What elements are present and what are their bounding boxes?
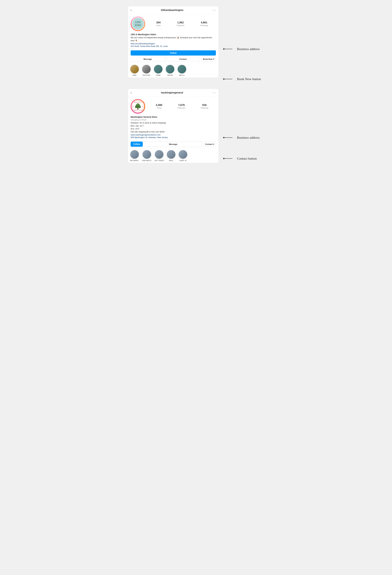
highlight-label-team: TEAM bbox=[156, 74, 161, 76]
highlight-label-welo: WE LO bbox=[179, 74, 185, 76]
annotation-address-label-2: Business address bbox=[237, 136, 260, 140]
highlight-circle-team bbox=[154, 65, 163, 74]
highlight-label-gift: GIFT IDEAS bbox=[155, 160, 164, 161]
bio-text: We are a team of independent beauty entr… bbox=[131, 36, 216, 42]
svg-text:WASHINGTON: WASHINGTON bbox=[133, 102, 143, 103]
highlight-label-corp: CORP. GI bbox=[179, 160, 187, 161]
bio-section: 13th & Washington Salon We are a team of… bbox=[128, 33, 219, 49]
annotation-booknow: Book Now button bbox=[223, 77, 261, 81]
bio-text-2: Hoboken, NJ In-store & online shopping! … bbox=[131, 121, 216, 133]
profile-info-row-2: WASHINGTON GENERAL STORE bbox=[128, 97, 219, 115]
annotation-booknow-label: Book Now button bbox=[237, 77, 261, 81]
followers-count-2: 7,678 bbox=[178, 104, 185, 107]
message-button[interactable]: Message bbox=[131, 57, 165, 61]
highlights-row: HAIR POLICIES TEAM SALON WE LO bbox=[128, 63, 219, 78]
highlight-corp[interactable]: CORP. GI bbox=[178, 150, 188, 161]
highlight-teacher[interactable]: TEACHER G. bbox=[142, 150, 152, 161]
highlight-label-salon: SALON bbox=[167, 74, 173, 76]
arrow-icon-3 bbox=[223, 135, 235, 140]
arrow-icon-4 bbox=[223, 156, 235, 161]
bio-link[interactable]: linktr.ee/13thandwashington bbox=[131, 43, 216, 45]
more-options-button[interactable]: ··· bbox=[212, 8, 216, 12]
secondary-buttons-row-2: Follow Message Contact ▾ bbox=[131, 142, 216, 147]
avatar-2[interactable]: WASHINGTON GENERAL STORE bbox=[131, 99, 145, 114]
bio-address[interactable]: 412 North Tucker Blvd Suite 200, St. Lou… bbox=[131, 45, 216, 47]
svg-point-11 bbox=[136, 103, 139, 106]
contact-button[interactable]: Contact bbox=[166, 57, 200, 61]
followers-count: 1,962 bbox=[177, 21, 184, 24]
highlight-label-mothers: MOTHERS. bbox=[130, 160, 139, 161]
bio-display-name-2: Washington General Store bbox=[131, 116, 216, 118]
stat-posts[interactable]: 204 Posts bbox=[156, 21, 161, 26]
highlight-circle-salon bbox=[166, 65, 175, 74]
bio-section-2: Washington General Store Shopping & Reta… bbox=[128, 115, 219, 140]
annotation-business-address: Business address bbox=[223, 47, 260, 51]
highlight-team[interactable]: TEAM bbox=[154, 65, 163, 76]
following-count: 4,861 bbox=[201, 21, 207, 24]
highlight-policies[interactable]: POLICIES bbox=[142, 65, 151, 76]
action-buttons-2: Follow Message Contact ▾ bbox=[128, 140, 219, 148]
following-label: Following bbox=[200, 24, 208, 26]
highlight-sale[interactable]: SALE bbox=[167, 150, 176, 161]
svg-point-9 bbox=[135, 106, 138, 108]
stat-followers[interactable]: 1,962 Followers bbox=[177, 21, 184, 26]
contact-button-2[interactable]: Contact ▾ bbox=[204, 142, 216, 147]
highlight-hair[interactable]: HAIR bbox=[130, 65, 139, 76]
bio-display-name: 13th & Washington Salon bbox=[131, 33, 216, 36]
profile-info-row: 13th&WA 204 Posts 1,962 Followers 4,861 bbox=[128, 14, 219, 33]
highlight-mothers[interactable]: MOTHERS. bbox=[130, 150, 139, 161]
annotation-contact-label: Contact button bbox=[237, 157, 257, 161]
avatar[interactable]: 13th&WA bbox=[131, 17, 145, 31]
annotation-business-address-2: Business address bbox=[223, 135, 260, 140]
chevron-down-icon-2: ▾ bbox=[213, 143, 214, 145]
secondary-buttons-row: Message Contact Book Now ▾ bbox=[131, 57, 216, 61]
username-header-2: washingtongeneral bbox=[161, 91, 183, 94]
highlights-row-2: MOTHERS. TEACHER G. GIFT IDEAS SALE CORP… bbox=[128, 148, 219, 163]
bio-link-2[interactable]: www.washingtongeneralstore.com bbox=[131, 134, 216, 136]
profile-header: ‹ 13thandwashington ··· bbox=[128, 6, 219, 14]
stat-following-2[interactable]: 918 Following bbox=[200, 104, 208, 109]
highlight-label-policies: POLICIES bbox=[143, 74, 150, 76]
svg-marker-15 bbox=[223, 137, 225, 138]
back-button[interactable]: ‹ bbox=[131, 8, 132, 12]
svg-marker-17 bbox=[223, 158, 225, 159]
svg-point-12 bbox=[133, 106, 133, 107]
highlight-circle-gift bbox=[155, 150, 164, 159]
highlight-circle-mothers bbox=[130, 150, 139, 159]
highlight-welo[interactable]: WE LO bbox=[177, 65, 186, 76]
svg-marker-3 bbox=[223, 78, 225, 80]
svg-marker-1 bbox=[223, 48, 225, 50]
annotation-contact: Contact button bbox=[223, 156, 257, 161]
username-header: 13thandwashington bbox=[161, 9, 183, 12]
highlight-circle-sale bbox=[167, 150, 176, 159]
stat-following[interactable]: 4,861 Following bbox=[200, 21, 208, 26]
highlight-salon[interactable]: SALON bbox=[166, 65, 175, 76]
followers-label: Followers bbox=[177, 24, 184, 26]
following-label-2: Following bbox=[200, 107, 208, 109]
highlight-circle-hair bbox=[130, 65, 139, 74]
svg-point-10 bbox=[138, 106, 141, 108]
back-button-2[interactable]: ‹ bbox=[131, 91, 132, 94]
stats-row-2: 2,580 Posts 7,678 Followers 918 Followin… bbox=[148, 104, 216, 109]
followers-label-2: Followers bbox=[177, 107, 185, 109]
following-count-2: 918 bbox=[202, 104, 206, 107]
bio-address-2[interactable]: 509 Washington St, Hoboken, New Jersey bbox=[131, 136, 216, 139]
profile-header-2: ‹ washingtongeneral ··· bbox=[128, 89, 219, 97]
highlight-gift[interactable]: GIFT IDEAS bbox=[155, 150, 164, 161]
follow-button[interactable]: Follow bbox=[131, 50, 216, 55]
posts-label-2: Posts bbox=[157, 107, 161, 109]
stat-followers-2[interactable]: 7,678 Followers bbox=[177, 104, 185, 109]
follow-button-2[interactable]: Follow bbox=[131, 142, 143, 147]
svg-point-13 bbox=[142, 106, 143, 107]
bio-category-2: Shopping & Retail bbox=[131, 119, 216, 121]
arrow-icon bbox=[223, 47, 235, 51]
posts-count-2: 2,580 bbox=[156, 104, 162, 107]
highlight-circle-policies bbox=[142, 65, 151, 74]
posts-label: Posts bbox=[156, 24, 161, 26]
message-button-2[interactable]: Message bbox=[144, 142, 202, 147]
chevron-down-icon: ▾ bbox=[213, 58, 214, 60]
highlight-label-hair: HAIR bbox=[133, 74, 137, 76]
book-now-button[interactable]: Book Now ▾ bbox=[201, 57, 216, 61]
more-options-button-2[interactable]: ··· bbox=[212, 91, 216, 94]
stat-posts-2[interactable]: 2,580 Posts bbox=[156, 104, 162, 109]
